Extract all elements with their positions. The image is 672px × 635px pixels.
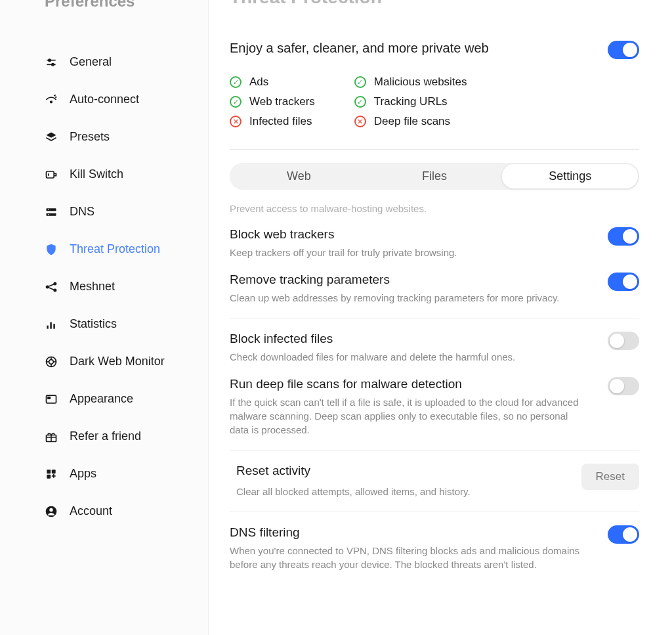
svg-point-4: [51, 101, 52, 103]
dark-web-monitor-icon: [45, 355, 58, 368]
presets-icon: [45, 131, 58, 144]
sidebar-item-dns[interactable]: DNS: [0, 193, 208, 230]
divider: [230, 149, 639, 150]
appearance-icon: [45, 393, 58, 406]
divider: [230, 512, 639, 512]
setting-toggle[interactable]: [608, 273, 639, 291]
tab-files[interactable]: Files: [367, 164, 503, 188]
status-grid: ✓Ads✓Web trackers✕Infected files ✓Malici…: [230, 76, 608, 128]
x-icon: ✕: [354, 116, 366, 127]
setting-row: Run deep file scans for malware detectio…: [230, 377, 639, 437]
svg-point-10: [48, 213, 49, 215]
status-item: ✕Infected files: [230, 115, 315, 128]
dns-filtering-desc: When you're connected to VPN, DNS filter…: [230, 544, 581, 571]
threat-protection-icon: [45, 243, 58, 256]
check-icon: ✓: [230, 96, 242, 108]
page-title: Threat Protection: [230, 0, 639, 8]
svg-rect-5: [47, 171, 54, 178]
status-item: ✓Web trackers: [230, 95, 315, 108]
tab-settings[interactable]: Settings: [502, 164, 638, 188]
status-item: ✕Deep file scans: [354, 115, 467, 128]
sidebar-item-statistics[interactable]: Statistics: [0, 305, 208, 343]
sidebar-item-label: Appearance: [70, 392, 133, 406]
apps-icon: [45, 468, 58, 481]
svg-rect-29: [52, 470, 56, 473]
statistics-icon: [45, 318, 58, 331]
setting-toggle[interactable]: [608, 227, 639, 246]
tab-web[interactable]: Web: [231, 164, 367, 188]
meshnet-icon: [45, 280, 58, 294]
setting-row: Block web trackersKeep trackers off your…: [230, 227, 639, 259]
status-label: Web trackers: [249, 95, 315, 108]
sidebar-item-label: Refer a friend: [70, 429, 141, 443]
kill-switch-icon: [45, 168, 58, 181]
sidebar-item-auto-connect[interactable]: Auto-connect: [0, 81, 208, 118]
sidebar-item-label: Presets: [70, 130, 110, 144]
dns-filtering-toggle[interactable]: [608, 525, 639, 544]
hero-section: Enjoy a safer, cleaner, and more private…: [230, 41, 639, 128]
setting-title: Block infected files: [230, 332, 581, 346]
sidebar-item-apps[interactable]: Apps: [0, 455, 208, 493]
setting-toggle[interactable]: [608, 377, 639, 395]
setting-title: Block web trackers: [230, 227, 581, 242]
sidebar-item-threat-protection[interactable]: Threat Protection: [0, 230, 208, 268]
sidebar-item-label: Meshnet: [70, 280, 115, 294]
svg-point-2: [49, 59, 51, 61]
check-icon: ✓: [354, 96, 366, 108]
divider: [230, 450, 639, 450]
sidebar-item-appearance[interactable]: Appearance: [0, 380, 208, 418]
sidebar-item-dark-web-monitor[interactable]: Dark Web Monitor: [0, 343, 208, 380]
svg-point-11: [47, 286, 49, 288]
sidebar-item-label: Apps: [70, 467, 96, 481]
status-label: Malicious websites: [374, 76, 467, 89]
svg-rect-7: [47, 208, 56, 211]
status-label: Infected files: [249, 115, 312, 128]
reset-activity-desc: Clear all blocked attempts, allowed item…: [236, 485, 555, 498]
reset-activity-row: Reset activity Clear all blocked attempt…: [230, 464, 639, 498]
tabs: WebFilesSettings: [230, 163, 639, 190]
sidebar-item-label: Threat Protection: [70, 242, 160, 256]
check-icon: ✓: [354, 76, 366, 88]
svg-rect-16: [47, 325, 49, 328]
status-item: ✓Tracking URLs: [354, 95, 467, 108]
sidebar-item-kill-switch[interactable]: Kill Switch: [0, 156, 208, 193]
status-item: ✓Malicious websites: [354, 76, 467, 89]
svg-rect-26: [48, 397, 50, 399]
setting-title: Run deep file scans for malware detectio…: [230, 377, 581, 391]
malware-note: Prevent access to malware-hosting websit…: [230, 203, 639, 214]
sidebar-item-label: DNS: [70, 205, 94, 219]
svg-rect-28: [47, 470, 51, 473]
dns-icon: [45, 206, 58, 219]
dns-filtering-title: DNS filtering: [230, 525, 581, 540]
sidebar-item-presets[interactable]: Presets: [0, 118, 208, 156]
main-panel: Threat Protection Enjoy a safer, cleaner…: [209, 0, 672, 635]
svg-point-20: [49, 359, 54, 364]
setting-desc: Check downloaded files for malware and d…: [230, 350, 581, 364]
setting-desc: Keep trackers off your trail for truly p…: [230, 246, 581, 259]
reset-button[interactable]: Reset: [581, 464, 639, 490]
x-icon: ✕: [230, 116, 242, 127]
setting-row: Block infected filesCheck downloaded fil…: [230, 332, 639, 364]
hero-text: Enjoy a safer, cleaner, and more private…: [230, 41, 608, 56]
setting-row: Remove tracking parametersClean up web a…: [230, 273, 639, 305]
sidebar-item-general[interactable]: General: [0, 43, 208, 81]
general-icon: [45, 56, 58, 69]
sidebar-item-meshnet[interactable]: Meshnet: [0, 268, 208, 305]
sidebar-item-account[interactable]: Account: [0, 493, 208, 530]
svg-line-15: [49, 287, 54, 289]
svg-line-14: [49, 284, 54, 286]
threat-protection-toggle[interactable]: [608, 41, 639, 59]
sidebar-item-label: Account: [70, 504, 112, 518]
status-label: Ads: [249, 76, 268, 89]
refer-a-friend-icon: [45, 430, 58, 443]
status-label: Deep file scans: [374, 115, 450, 128]
setting-title: Remove tracking parameters: [230, 273, 581, 287]
sidebar-title: Preferences: [0, 0, 208, 17]
svg-point-32: [49, 508, 52, 511]
dns-filtering-row: DNS filtering When you're connected to V…: [230, 525, 639, 571]
svg-point-9: [48, 209, 49, 210]
svg-rect-18: [53, 324, 55, 329]
setting-toggle[interactable]: [608, 332, 639, 350]
sidebar-item-refer-a-friend[interactable]: Refer a friend: [0, 418, 208, 455]
svg-point-3: [52, 63, 54, 65]
